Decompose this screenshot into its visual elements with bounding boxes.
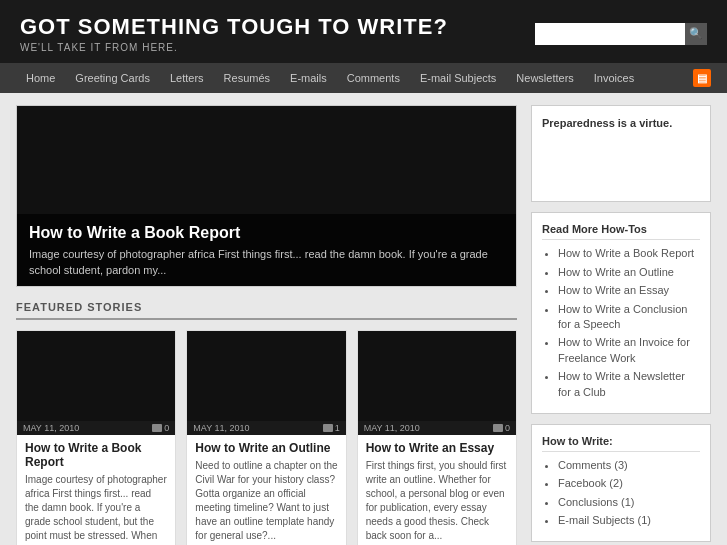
featured-text-2: Need to outline a chapter on the Civil W…: [195, 459, 337, 543]
sidebar-howtowrite-item-3: Conclusions (1): [558, 495, 700, 510]
header: GOT SOMETHING TOUGH TO WRITE? WE'LL TAKE…: [0, 0, 727, 63]
featured-grid: MAY 11, 2010 0 How to Write a Book Repor…: [16, 330, 517, 545]
sidebar-howtowrite-item-2: Facebook (2): [558, 476, 700, 491]
sidebar-howtos-list: How to Write a Book Report How to Write …: [542, 246, 700, 400]
featured-card-2: MAY 11, 2010 1 How to Write an Outline N…: [186, 330, 346, 545]
sidebar-howtowrite-heading: How to Write:: [542, 435, 700, 452]
nav-home[interactable]: Home: [16, 63, 65, 93]
sidebar-howtos-box: Read More How-Tos How to Write a Book Re…: [531, 212, 711, 414]
main-column: How to Write a Book Report Image courtes…: [16, 105, 517, 545]
search-input[interactable]: [535, 23, 685, 45]
site-title: GOT SOMETHING TOUGH TO WRITE?: [20, 14, 448, 40]
nav-links: Home Greeting Cards Letters Resumés E-ma…: [16, 63, 644, 93]
nav-comments[interactable]: Comments: [337, 63, 410, 93]
featured-title-2: How to Write an Outline: [195, 441, 337, 455]
featured-meta-3: MAY 11, 2010 0: [358, 421, 516, 435]
search-form[interactable]: 🔍: [535, 23, 707, 45]
sidebar-howtos-heading: Read More How-Tos: [542, 223, 700, 240]
nav-resumes[interactable]: Resumés: [214, 63, 280, 93]
hero-overlay: How to Write a Book Report Image courtes…: [17, 214, 516, 286]
sidebar-virtue-box: Preparedness is a virtue.: [531, 105, 711, 202]
featured-date-3: MAY 11, 2010: [364, 423, 420, 433]
sidebar: Preparedness is a virtue. Read More How-…: [531, 105, 711, 545]
sidebar-howto-link-3[interactable]: How to Write an Essay: [558, 284, 669, 296]
featured-meta-2: MAY 11, 2010 1: [187, 421, 345, 435]
sidebar-howto-item-3: How to Write an Essay: [558, 283, 700, 298]
sidebar-howtowrite-list: Comments (3) Facebook (2) Conclusions (1…: [542, 458, 700, 529]
sidebar-howtowrite-box: How to Write: Comments (3) Facebook (2) …: [531, 424, 711, 543]
nav-letters[interactable]: Letters: [160, 63, 214, 93]
featured-label: FEATURED STORIES: [16, 301, 517, 320]
sidebar-howto-link-2[interactable]: How to Write an Outline: [558, 266, 674, 278]
featured-thumb-1: [17, 331, 175, 421]
featured-comments-3: 0: [493, 423, 510, 433]
sidebar-howto-item-4: How to Write a Conclusion for a Speech: [558, 302, 700, 333]
sidebar-howto-link-5[interactable]: How to Write an Invoice for Freelance Wo…: [558, 336, 690, 363]
featured-thumb-2: [187, 331, 345, 421]
nav-emails[interactable]: E-mails: [280, 63, 337, 93]
content-wrapper: How to Write a Book Report Image courtes…: [0, 93, 727, 545]
featured-card-3: MAY 11, 2010 0 How to Write an Essay Fir…: [357, 330, 517, 545]
hero-description: Image courtesy of photographer africa Fi…: [29, 247, 504, 278]
featured-title-3: How to Write an Essay: [366, 441, 508, 455]
featured-comments-2: 1: [323, 423, 340, 433]
nav-invoices[interactable]: Invoices: [584, 63, 644, 93]
comment-icon-3: [493, 424, 503, 432]
featured-title-1: How to Write a Book Report: [25, 441, 167, 469]
sidebar-howto-link-1[interactable]: How to Write a Book Report: [558, 247, 694, 259]
featured-body-2: How to Write an Outline Need to outline …: [187, 435, 345, 545]
featured-meta-1: MAY 11, 2010 0: [17, 421, 175, 435]
featured-card-1: MAY 11, 2010 0 How to Write a Book Repor…: [16, 330, 176, 545]
sidebar-howtowrite-link-3[interactable]: Conclusions (1): [558, 496, 634, 508]
featured-text-1: Image courtesy of photographer africa Fi…: [25, 473, 167, 545]
sidebar-howto-item-6: How to Write a Newsletter for a Club: [558, 369, 700, 400]
site-subtitle: WE'LL TAKE IT FROM HERE.: [20, 42, 448, 53]
sidebar-howto-item-2: How to Write an Outline: [558, 265, 700, 280]
featured-comments-1: 0: [152, 423, 169, 433]
sidebar-virtue-text: Preparedness is a virtue.: [542, 116, 700, 131]
featured-body-1: How to Write a Book Report Image courtes…: [17, 435, 175, 545]
nav-newsletters[interactable]: Newsletters: [506, 63, 583, 93]
sidebar-howtowrite-item-1: Comments (3): [558, 458, 700, 473]
nav-greeting-cards[interactable]: Greeting Cards: [65, 63, 160, 93]
sidebar-howto-item-5: How to Write an Invoice for Freelance Wo…: [558, 335, 700, 366]
sidebar-howtowrite-link-1[interactable]: Comments (3): [558, 459, 628, 471]
hero-section: How to Write a Book Report Image courtes…: [16, 105, 517, 287]
featured-text-3: First things first, you should first wri…: [366, 459, 508, 543]
comment-icon-1: [152, 424, 162, 432]
rss-icon[interactable]: ▤: [693, 69, 711, 87]
featured-thumb-3: [358, 331, 516, 421]
nav-email-subjects[interactable]: E-mail Subjects: [410, 63, 506, 93]
featured-body-3: How to Write an Essay First things first…: [358, 435, 516, 545]
navigation: Home Greeting Cards Letters Resumés E-ma…: [0, 63, 727, 93]
sidebar-howtowrite-link-4[interactable]: E-mail Subjects (1): [558, 514, 651, 526]
sidebar-howto-link-4[interactable]: How to Write a Conclusion for a Speech: [558, 303, 687, 330]
header-branding: GOT SOMETHING TOUGH TO WRITE? WE'LL TAKE…: [20, 14, 448, 53]
featured-date-1: MAY 11, 2010: [23, 423, 79, 433]
comment-icon-2: [323, 424, 333, 432]
sidebar-howtowrite-link-2[interactable]: Facebook (2): [558, 477, 623, 489]
sidebar-howtowrite-item-4: E-mail Subjects (1): [558, 513, 700, 528]
sidebar-howto-item-1: How to Write a Book Report: [558, 246, 700, 261]
sidebar-howto-link-6[interactable]: How to Write a Newsletter for a Club: [558, 370, 685, 397]
featured-date-2: MAY 11, 2010: [193, 423, 249, 433]
search-button[interactable]: 🔍: [685, 23, 707, 45]
hero-title: How to Write a Book Report: [29, 224, 504, 242]
featured-section: FEATURED STORIES MAY 11, 2010 0 How to W…: [16, 301, 517, 545]
